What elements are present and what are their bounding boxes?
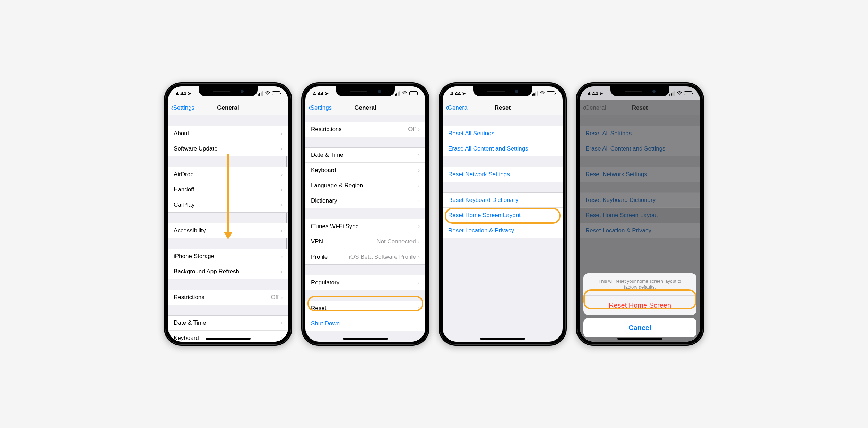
home-indicator[interactable] — [343, 338, 388, 340]
row-keyboard[interactable]: Keyboard› — [168, 331, 288, 342]
screen: 4:44➤ ‹General Reset Reset All Settings … — [443, 86, 563, 342]
signal-icon — [258, 91, 263, 96]
row-keyboard[interactable]: Keyboard› — [305, 163, 425, 178]
wifi-icon — [539, 91, 545, 96]
phone-mockup-2: 4:44➤ ‹Settings General RestrictionsOff›… — [301, 82, 429, 346]
row-itunes-wifi-sync[interactable]: iTunes Wi-Fi Sync› — [305, 219, 425, 234]
battery-icon — [409, 91, 418, 95]
content-scroll[interactable]: RestrictionsOff› Date & Time› Keyboard› … — [305, 115, 425, 342]
row-reset-keyboard-dictionary[interactable]: Reset Keyboard Dictionary — [443, 192, 563, 208]
chevron-right-icon: › — [418, 152, 420, 158]
row-erase-all-content[interactable]: Erase All Content and Settings — [443, 141, 563, 156]
back-button[interactable]: ‹General — [445, 103, 469, 112]
content-scroll[interactable]: About› Software Update› AirDrop› Handoff… — [168, 115, 288, 342]
chevron-right-icon: › — [281, 202, 283, 208]
row-reset-location-privacy[interactable]: Reset Location & Privacy — [443, 223, 563, 238]
row-profile[interactable]: ProfileiOS Beta Software Profile› — [305, 249, 425, 265]
nav-bar: ‹Settings General — [305, 100, 425, 115]
phone-mockup-4: 4:44➤ ‹General Reset Reset All Settings … — [576, 82, 704, 346]
chevron-right-icon: › — [281, 228, 283, 234]
row-iphone-storage[interactable]: iPhone Storage› — [168, 249, 288, 264]
notch — [336, 86, 395, 96]
notch — [473, 86, 532, 96]
screen: 4:44 ➤ ‹ Settings General About› Softw — [168, 86, 288, 342]
row-background-app-refresh[interactable]: Background App Refresh› — [168, 264, 288, 279]
status-time: 4:44 — [450, 91, 461, 96]
chevron-right-icon: › — [418, 305, 420, 311]
chevron-right-icon: › — [281, 294, 283, 300]
reset-home-screen-button[interactable]: Reset Home Screen — [583, 296, 696, 315]
wifi-icon — [402, 91, 408, 96]
chevron-right-icon: › — [418, 223, 420, 230]
content-scroll[interactable]: Reset All Settings Erase All Content and… — [443, 115, 563, 342]
row-shut-down[interactable]: Shut Down — [305, 316, 425, 331]
action-sheet: This will reset your home screen layout … — [583, 273, 696, 337]
row-restrictions[interactable]: RestrictionsOff› — [168, 290, 288, 305]
chevron-right-icon: › — [281, 320, 283, 326]
row-reset-network-settings[interactable]: Reset Network Settings — [443, 167, 563, 182]
location-icon: ➤ — [188, 91, 191, 96]
chevron-right-icon: › — [418, 167, 420, 173]
notch — [610, 86, 669, 96]
chevron-right-icon: › — [281, 268, 283, 275]
home-indicator[interactable] — [617, 338, 662, 340]
chevron-right-icon: › — [281, 130, 283, 137]
phone-mockup-3: 4:44➤ ‹General Reset Reset All Settings … — [439, 82, 567, 346]
row-vpn[interactable]: VPNNot Connected› — [305, 234, 425, 249]
action-sheet-message: This will reset your home screen layout … — [583, 273, 696, 296]
location-icon: ➤ — [462, 91, 466, 96]
battery-icon — [684, 91, 692, 95]
row-reset-all-settings[interactable]: Reset All Settings — [443, 126, 563, 141]
chevron-right-icon: › — [281, 187, 283, 193]
home-indicator[interactable] — [206, 338, 251, 340]
back-button[interactable]: ‹Settings — [308, 103, 332, 112]
back-label: Settings — [311, 104, 332, 111]
back-label: General — [448, 104, 469, 111]
location-icon: ➤ — [325, 91, 329, 96]
nav-bar: ‹General Reset — [443, 100, 563, 115]
screen: 4:44➤ ‹Settings General RestrictionsOff›… — [305, 86, 425, 342]
notch — [199, 86, 258, 96]
chevron-right-icon: › — [418, 280, 420, 286]
chevron-right-icon: › — [281, 253, 283, 259]
row-date-time[interactable]: Date & Time› — [305, 147, 425, 163]
chevron-right-icon: › — [418, 198, 420, 204]
row-reset[interactable]: Reset› — [305, 301, 425, 316]
nav-bar: ‹ Settings General — [168, 100, 288, 115]
home-indicator[interactable] — [480, 338, 525, 340]
chevron-right-icon: › — [281, 171, 283, 178]
location-icon: ➤ — [599, 91, 603, 96]
row-language-region[interactable]: Language & Region› — [305, 178, 425, 193]
row-reset-home-screen-layout[interactable]: Reset Home Screen Layout — [443, 208, 563, 223]
wifi-icon — [677, 91, 682, 96]
wifi-icon — [265, 91, 270, 96]
row-date-time[interactable]: Date & Time› — [168, 315, 288, 331]
signal-icon — [669, 91, 675, 96]
row-about[interactable]: About› — [168, 126, 288, 141]
phone-mockup-1: 4:44 ➤ ‹ Settings General About› Softw — [164, 82, 292, 346]
scroll-down-arrow-annotation — [224, 154, 233, 239]
row-regulatory[interactable]: Regulatory› — [305, 275, 425, 290]
status-time: 4:44 — [588, 91, 598, 96]
battery-icon — [547, 91, 555, 95]
row-restrictions[interactable]: RestrictionsOff› — [305, 122, 425, 137]
chevron-right-icon: › — [281, 335, 283, 341]
chevron-right-icon: › — [281, 146, 283, 152]
chevron-right-icon: › — [418, 126, 420, 132]
status-time: 4:44 — [176, 91, 186, 96]
chevron-right-icon: › — [418, 254, 420, 260]
status-time: 4:44 — [313, 91, 323, 96]
row-dictionary[interactable]: Dictionary› — [305, 193, 425, 208]
back-button[interactable]: ‹ Settings — [171, 103, 194, 112]
back-label: Settings — [173, 104, 194, 111]
screen: 4:44➤ ‹General Reset Reset All Settings … — [580, 86, 700, 342]
battery-icon — [272, 91, 280, 95]
chevron-right-icon: › — [418, 239, 420, 245]
signal-icon — [532, 91, 538, 96]
signal-icon — [395, 91, 401, 96]
cancel-button[interactable]: Cancel — [583, 318, 696, 337]
chevron-right-icon: › — [418, 182, 420, 189]
